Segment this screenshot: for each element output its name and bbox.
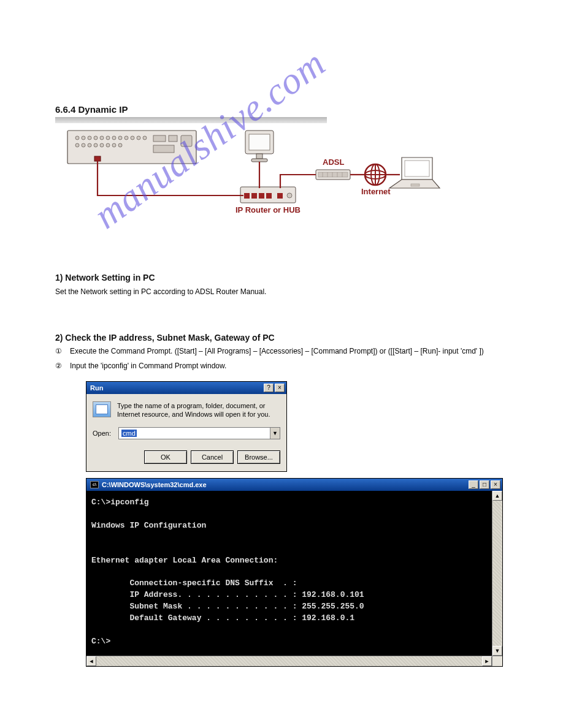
scroll-track-h[interactable] — [96, 656, 482, 666]
svg-rect-49 — [277, 193, 283, 199]
cmd-title: C:\WINDOWS\system32\cmd.exe — [102, 481, 207, 488]
cmd-app-icon: c\ — [90, 481, 99, 488]
run-description: Type the name of a program, folder, docu… — [117, 401, 280, 419]
svg-point-17 — [100, 143, 104, 147]
router-label: IP Router or HUB — [236, 205, 301, 214]
svg-point-16 — [94, 143, 98, 147]
bullet-1-text: Execute the Command Prompt. ([Start] – [… — [70, 345, 484, 357]
run-open-combobox[interactable]: cmd ▼ — [118, 427, 280, 439]
run-titlebar: Run ? × — [86, 382, 286, 394]
svg-rect-28 — [256, 154, 262, 159]
svg-point-19 — [112, 143, 116, 147]
bullet-2-num: ② — [55, 360, 70, 372]
bullet-2: ② Input the 'ipconfig' in Command Prompt… — [55, 360, 508, 372]
horizontal-scrollbar[interactable]: ◄ ► — [86, 656, 502, 666]
svg-point-8 — [118, 136, 122, 140]
svg-point-3 — [88, 136, 91, 140]
run-open-label: Open: — [93, 430, 111, 437]
svg-rect-27 — [249, 134, 270, 150]
svg-rect-47 — [259, 193, 264, 199]
svg-point-9 — [124, 136, 128, 140]
svg-rect-46 — [251, 193, 257, 199]
subheading-1: 1) Network Setting in PC — [55, 273, 508, 282]
ok-button[interactable]: OK — [144, 450, 187, 464]
bullet-2-text: Input the 'ipconfig' in Command Prompt w… — [70, 360, 226, 372]
section-title: 6.6.4 Dynamic IP — [55, 104, 508, 115]
minimize-button[interactable]: _ — [469, 480, 478, 489]
run-title: Run — [90, 384, 103, 392]
internet-label: Internet — [361, 187, 391, 196]
run-open-value: cmd — [121, 430, 137, 437]
svg-rect-42 — [405, 161, 429, 176]
cmd-titlebar: c\ C:\WINDOWS\system32\cmd.exe _ □ × — [86, 479, 502, 491]
cmd-window: c\ C:\WINDOWS\system32\cmd.exe _ □ × C:\… — [86, 478, 503, 667]
cmd-output: C:\>ipconfig Windows IP Configuration Et… — [86, 491, 492, 656]
subheading-2: 2) Check the IP address, Subnet Mask, Ga… — [55, 333, 508, 343]
svg-point-15 — [88, 143, 91, 147]
svg-point-11 — [137, 136, 140, 140]
svg-rect-25 — [94, 156, 101, 161]
run-dialog: Run ? × Type the name of a program, fold… — [86, 381, 287, 472]
run-help-button[interactable]: ? — [264, 384, 274, 392]
bullet-1-num: ① — [55, 345, 70, 357]
svg-rect-48 — [266, 193, 272, 199]
svg-rect-45 — [244, 193, 250, 199]
svg-point-10 — [131, 136, 134, 140]
network-diagram: ADSL Internet IP Router or HUB — [61, 127, 442, 237]
bullet-1: ① Execute the Command Prompt. ([Start] –… — [55, 345, 508, 357]
header-rule — [55, 117, 327, 123]
svg-rect-21 — [153, 135, 166, 142]
svg-rect-23 — [181, 135, 192, 146]
svg-point-13 — [75, 143, 79, 147]
svg-point-14 — [82, 143, 85, 147]
scroll-up-icon[interactable]: ▲ — [492, 491, 502, 501]
svg-point-12 — [143, 136, 147, 140]
scrollbar-corner — [492, 656, 502, 666]
browse-button[interactable]: Browse... — [237, 450, 280, 464]
svg-point-20 — [118, 143, 122, 147]
svg-point-2 — [82, 136, 85, 140]
svg-point-4 — [94, 136, 98, 140]
diagram-svg — [61, 127, 442, 237]
maximize-button[interactable]: □ — [480, 480, 489, 489]
scroll-right-icon[interactable]: ► — [482, 656, 492, 666]
svg-point-1 — [75, 136, 79, 140]
scroll-left-icon[interactable]: ◄ — [86, 656, 96, 666]
svg-point-50 — [287, 193, 292, 198]
run-close-button[interactable]: × — [275, 384, 285, 392]
chevron-down-icon[interactable]: ▼ — [270, 428, 280, 439]
scroll-track-v[interactable] — [492, 501, 502, 646]
sub1-body: Set the Network setting in PC according … — [55, 286, 508, 297]
svg-point-7 — [112, 136, 116, 140]
svg-rect-22 — [169, 135, 177, 142]
run-icon — [93, 401, 111, 417]
svg-point-18 — [106, 143, 110, 147]
svg-rect-29 — [251, 159, 267, 162]
vertical-scrollbar[interactable]: ▲ ▼ — [492, 491, 502, 656]
close-button[interactable]: × — [491, 480, 500, 489]
svg-point-5 — [100, 136, 104, 140]
svg-rect-43 — [411, 184, 419, 186]
svg-rect-24 — [153, 145, 174, 153]
adsl-label: ADSL — [323, 157, 344, 167]
scroll-down-icon[interactable]: ▼ — [492, 646, 502, 656]
svg-point-6 — [106, 136, 110, 140]
cancel-button[interactable]: Cancel — [191, 450, 234, 464]
